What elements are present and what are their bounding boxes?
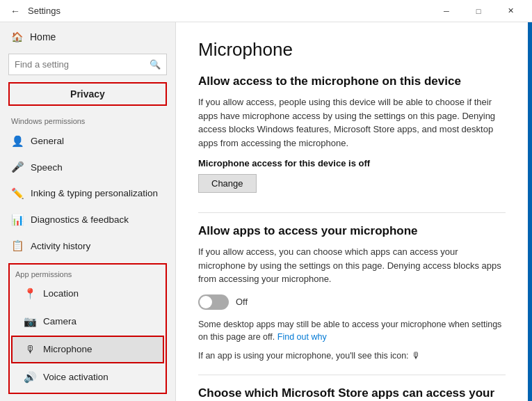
microphone-toggle[interactable] xyxy=(198,294,229,310)
sidebar-item-label: Diagnostics & feedback xyxy=(31,214,129,225)
microphone-status-icon: 🎙 xyxy=(412,351,421,361)
sidebar-item-speech[interactable]: 🎤 Speech xyxy=(0,154,175,180)
right-accent-bar xyxy=(528,22,532,401)
page-title: Microphone xyxy=(198,39,506,61)
sidebar-item-voice[interactable]: 🔊 Voice activation xyxy=(13,363,163,391)
sidebar-item-general[interactable]: 👤 General xyxy=(0,128,175,155)
speech-icon: 🎤 xyxy=(11,161,24,173)
change-button[interactable]: Change xyxy=(198,174,257,193)
sidebar-item-label: General xyxy=(31,136,64,146)
icon-note: If an app is using your microphone, you'… xyxy=(198,351,506,361)
sidebar-item-label: Activity history xyxy=(31,241,90,251)
home-icon: 🏠 xyxy=(11,31,23,42)
maximize-button[interactable]: □ xyxy=(462,0,494,22)
content-area: Microphone Allow access to the microphon… xyxy=(175,22,528,401)
toggle-knob xyxy=(200,296,212,308)
access-status: Microphone access for this device is off xyxy=(198,158,506,168)
back-button[interactable]: ← xyxy=(6,1,25,21)
back-icon: ← xyxy=(10,6,20,17)
sidebar-item-home[interactable]: 🏠 Home xyxy=(0,22,175,51)
close-button[interactable]: ✕ xyxy=(494,0,526,22)
privacy-label: Privacy xyxy=(70,88,105,100)
sidebar-item-location[interactable]: 📍 Location xyxy=(13,280,163,308)
search-input[interactable] xyxy=(15,59,145,70)
sidebar-item-activity[interactable]: 📋 Activity history xyxy=(0,233,175,259)
sidebar-item-inking[interactable]: ✏️ Inking & typing personalization xyxy=(0,180,175,207)
sidebar: 🏠 Home 🔍 Privacy Windows permissions 👤 G… xyxy=(0,22,175,401)
minimize-button[interactable]: ─ xyxy=(430,0,462,22)
microphone-icon: 🎙 xyxy=(24,343,36,355)
sidebar-item-camera[interactable]: 📷 Camera xyxy=(13,308,163,336)
camera-icon: 📷 xyxy=(24,315,36,328)
sidebar-item-diagnostics[interactable]: 📊 Diagnostics & feedback xyxy=(0,207,175,233)
windows-permissions-label: Windows permissions xyxy=(0,110,175,128)
note1-content: Some desktop apps may still be able to a… xyxy=(198,320,501,343)
sidebar-item-label: Microphone xyxy=(43,344,92,354)
find-out-link[interactable]: Find out why xyxy=(277,332,327,342)
toggle-row: Off xyxy=(198,294,506,310)
sidebar-home-label: Home xyxy=(30,31,56,42)
sidebar-item-label: Speech xyxy=(31,162,63,173)
location-icon: 📍 xyxy=(24,288,36,300)
activity-icon: 📋 xyxy=(11,239,24,252)
titlebar: ← Settings ─ □ ✕ xyxy=(0,0,532,22)
general-icon: 👤 xyxy=(11,135,24,148)
sidebar-item-microphone[interactable]: 🎙 Microphone xyxy=(11,336,164,363)
section1-title: Allow access to the microphone on this d… xyxy=(198,74,506,88)
section2-desc: If you allow access, you can choose whic… xyxy=(198,245,506,286)
titlebar-title: Settings xyxy=(28,6,61,16)
divider1 xyxy=(198,212,506,213)
app-permissions-label: App permissions xyxy=(13,266,163,280)
privacy-button[interactable]: Privacy xyxy=(8,82,167,106)
section1-desc: If you allow access, people using this d… xyxy=(198,95,506,150)
inking-icon: ✏️ xyxy=(11,187,24,200)
toggle-label: Off xyxy=(236,297,248,307)
app-container: 🏠 Home 🔍 Privacy Windows permissions 👤 G… xyxy=(0,22,532,401)
app-permissions-box: App permissions 📍 Location 📷 Camera 🎙 Mi… xyxy=(8,263,167,394)
note1-text: Some desktop apps may still be able to a… xyxy=(198,318,506,345)
voice-icon: 🔊 xyxy=(24,371,36,384)
divider2 xyxy=(198,375,506,375)
sidebar-item-label: Voice activation xyxy=(43,372,108,382)
search-box[interactable]: 🔍 xyxy=(8,54,167,74)
sidebar-item-label: Inking & typing personalization xyxy=(31,188,158,198)
sidebar-item-label: Location xyxy=(43,288,79,299)
section3-title: Choose which Microsoft Store apps can ac… xyxy=(198,386,506,401)
sidebar-item-label: Camera xyxy=(43,316,76,327)
window-controls: ─ □ ✕ xyxy=(430,0,526,22)
diagnostics-icon: 📊 xyxy=(11,214,24,226)
search-icon: 🔍 xyxy=(150,59,161,70)
icon-note-text: If an app is using your microphone, you'… xyxy=(198,351,409,361)
section2-title: Allow apps to access your microphone xyxy=(198,224,506,238)
